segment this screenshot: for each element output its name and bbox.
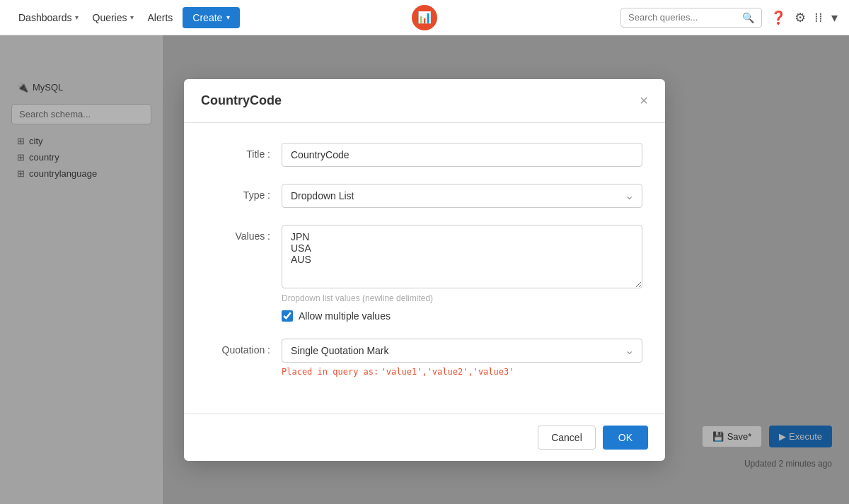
create-button[interactable]: Create ▾ xyxy=(183,7,240,28)
dashboards-label: Dashboards xyxy=(18,12,72,23)
title-field-row: Title : xyxy=(207,143,642,167)
values-field-row: Values : Dropdown list values (newline d… xyxy=(207,225,642,322)
title-input[interactable] xyxy=(282,143,642,167)
ok-button[interactable]: OK xyxy=(603,426,648,450)
modal-body: Title : Type : Dropdown ListTextNumberDa… xyxy=(184,123,665,414)
quotation-field-label: Quotation : xyxy=(207,339,270,356)
values-field-control: Dropdown list values (newline delimited)… xyxy=(282,225,642,322)
user-menu-chevron-icon[interactable]: ▾ xyxy=(831,10,838,25)
allow-multiple-checkbox[interactable] xyxy=(282,310,293,322)
quotation-field-control: Single Quotation MarkDouble Quotation Ma… xyxy=(282,339,642,377)
alerts-label: Alerts xyxy=(148,12,173,23)
quotation-select[interactable]: Single Quotation MarkDouble Quotation Ma… xyxy=(282,339,642,363)
queries-chevron-icon: ▾ xyxy=(130,13,134,21)
modal-footer: Cancel OK xyxy=(184,414,665,461)
query-preview-label: Placed in query as: xyxy=(282,367,379,377)
query-preview-code: 'value1','value2','value3' xyxy=(381,367,514,377)
type-field-control: Dropdown ListTextNumberDateDate Range xyxy=(282,184,642,208)
settings-icon[interactable]: ⚙ xyxy=(795,10,806,25)
queries-nav[interactable]: Queries ▾ xyxy=(86,8,141,28)
grid-icon[interactable]: ⁞⁞ xyxy=(814,10,823,25)
search-input[interactable] xyxy=(628,12,738,23)
search-icon: 🔍 xyxy=(742,12,754,23)
quotation-field-row: Quotation : Single Quotation MarkDouble … xyxy=(207,339,642,377)
title-field-label: Title : xyxy=(207,143,270,160)
modal-header: CountryCode × xyxy=(184,79,665,123)
cancel-button[interactable]: Cancel xyxy=(538,426,596,450)
queries-label: Queries xyxy=(93,12,127,23)
values-hint: Dropdown list values (newline delimited) xyxy=(282,293,642,303)
title-field-control xyxy=(282,143,642,167)
allow-multiple-row: Allow multiple values xyxy=(282,310,642,322)
search-area: 🔍 ❓ ⚙ ⁞⁞ ▾ xyxy=(620,8,838,28)
query-preview: Placed in query as: 'value1','value2','v… xyxy=(282,367,642,377)
main-content: New Query 🔌 MySQL ⊞ city ⊞ country ⊞ cou… xyxy=(0,35,849,504)
dashboards-nav[interactable]: Dashboards ▾ xyxy=(11,8,86,28)
alerts-nav[interactable]: Alerts xyxy=(141,8,180,28)
allow-multiple-label: Allow multiple values xyxy=(299,310,391,322)
values-field-label: Values : xyxy=(207,225,270,242)
create-label: Create xyxy=(192,12,222,23)
type-select[interactable]: Dropdown ListTextNumberDateDate Range xyxy=(282,184,642,208)
dashboards-chevron-icon: ▾ xyxy=(75,13,79,21)
logo: 📊 xyxy=(412,5,437,30)
logo-icon: 📊 xyxy=(412,5,437,30)
modal-close-button[interactable]: × xyxy=(640,93,648,107)
quotation-select-wrapper: Single Quotation MarkDouble Quotation Ma… xyxy=(282,339,642,363)
type-field-label: Type : xyxy=(207,184,270,201)
create-chevron-icon: ▾ xyxy=(226,13,230,21)
parameter-modal: CountryCode × Title : Type : xyxy=(184,79,665,461)
help-icon[interactable]: ❓ xyxy=(770,10,786,25)
modal-title: CountryCode xyxy=(201,93,282,108)
top-navigation: Dashboards ▾ Queries ▾ Alerts Create ▾ 📊… xyxy=(0,0,849,35)
type-field-row: Type : Dropdown ListTextNumberDateDate R… xyxy=(207,184,642,208)
values-textarea[interactable] xyxy=(282,225,642,288)
type-select-wrapper: Dropdown ListTextNumberDateDate Range xyxy=(282,184,642,208)
search-box[interactable]: 🔍 xyxy=(620,8,762,28)
modal-overlay: CountryCode × Title : Type : xyxy=(0,35,849,504)
